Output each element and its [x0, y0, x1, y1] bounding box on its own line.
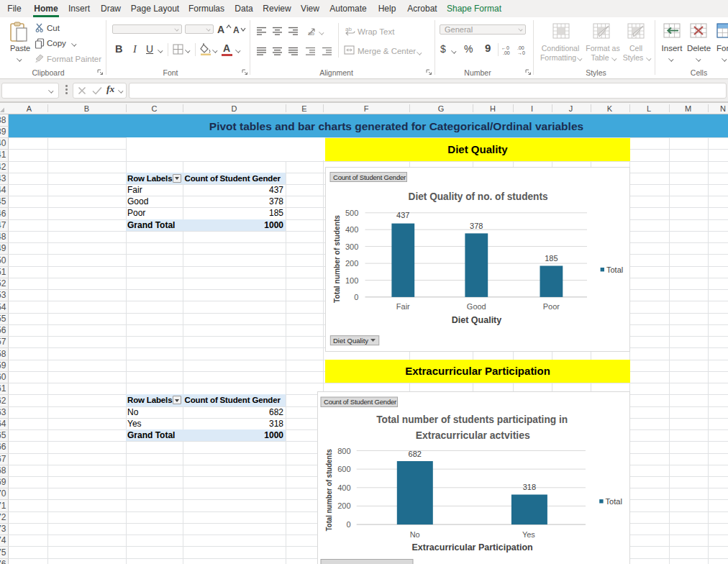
svg-text:Poor: Poor	[543, 302, 560, 311]
svg-text:200: 200	[345, 259, 358, 268]
svg-text:Count of Student Gender: Count of Student Gender	[333, 173, 406, 181]
svg-text:←0: ←0	[501, 45, 509, 50]
svg-text:Extracurricular actvities: Extracurricular actvities	[416, 429, 530, 440]
svg-text:Yes: Yes	[522, 529, 535, 538]
svg-text:682: 682	[409, 450, 422, 458]
svg-text:100: 100	[345, 276, 358, 284]
svg-text:400: 400	[345, 225, 358, 234]
svg-text:→0: →0	[517, 50, 525, 55]
svg-text:800: 800	[337, 446, 350, 455]
svg-text:ab: ab	[308, 30, 314, 36]
svg-text:.00: .00	[503, 50, 510, 55]
svg-text:Total number of students: Total number of students	[332, 215, 341, 303]
svg-text:200: 200	[337, 501, 350, 510]
svg-text:378: 378	[470, 222, 483, 230]
svg-text:318: 318	[523, 483, 536, 491]
svg-text:0: 0	[354, 293, 358, 301]
svg-text:300: 300	[345, 242, 358, 250]
svg-text:Fair: Fair	[396, 302, 410, 311]
svg-text:No: No	[410, 529, 420, 538]
svg-text:600: 600	[337, 465, 350, 473]
svg-text:.00: .00	[517, 45, 524, 50]
svg-text:Good: Good	[467, 302, 486, 311]
svg-text:ab: ab	[345, 26, 352, 32]
svg-text:437: 437	[396, 211, 409, 219]
svg-text:Diet Quality: Diet Quality	[452, 314, 502, 324]
svg-text:500: 500	[345, 209, 358, 217]
svg-text:Count of Student Gender: Count of Student Gender	[324, 398, 396, 406]
svg-text:Diet Quality: Diet Quality	[333, 336, 368, 344]
svg-text:185: 185	[545, 254, 558, 263]
svg-text:Diet Quality of no. of student: Diet Quality of no. of students	[409, 190, 548, 201]
svg-text:Total: Total	[606, 496, 622, 505]
svg-text:Total number of students parti: Total number of students participating i…	[376, 414, 568, 425]
svg-text:Total number of students: Total number of students	[324, 449, 333, 531]
svg-text:400: 400	[337, 483, 350, 491]
svg-text:Total: Total	[606, 265, 623, 273]
svg-text:Extracurricular Participation: Extracurricular Participation	[412, 542, 533, 552]
svg-text:0: 0	[346, 520, 350, 529]
